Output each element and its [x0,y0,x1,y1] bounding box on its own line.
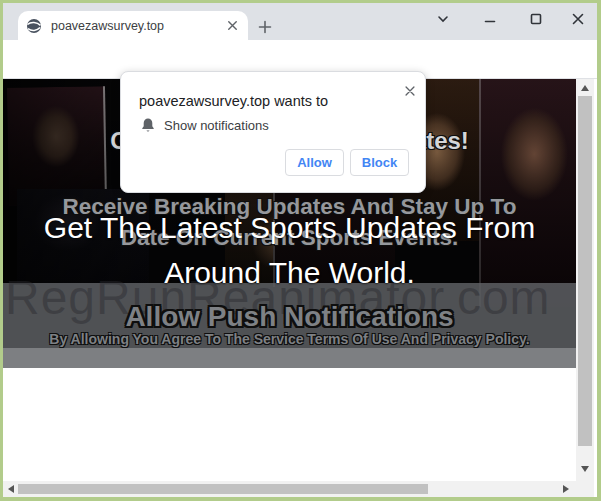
dialog-close-icon[interactable] [402,83,418,99]
window-minimize-button[interactable] [481,10,499,28]
browser-tab[interactable]: poavezawsurvey.top [18,11,248,40]
headline-line-2: Around The World. [3,250,576,295]
notification-bell-icon [140,117,156,134]
scroll-down-arrow-icon[interactable] [581,466,589,472]
tab-title: poavezawsurvey.top [51,19,225,33]
window-maximize-button[interactable] [527,10,545,28]
scroll-up-arrow-icon[interactable] [581,85,589,91]
window-chevron-down-icon[interactable] [434,10,452,28]
vertical-scrollbar[interactable] [576,79,594,481]
browser-window: poavezawsurvey.top [0,0,601,501]
vertical-scrollbar-thumb[interactable] [578,96,592,446]
dialog-origin-text: poavezawsurvey.top wants to [139,93,328,109]
tab-close-icon[interactable] [225,18,240,33]
scroll-left-arrow-icon[interactable] [8,485,14,493]
horizontal-scrollbar[interactable] [3,481,576,497]
headline-line-1: Get The Latest Sports Updates From [3,205,576,250]
scroll-right-arrow-icon[interactable] [563,485,569,493]
tab-strip: poavezawsurvey.top [3,3,597,40]
hero-headline-main: Get The Latest Sports Updates From Aroun… [3,205,576,295]
scrollbar-corner [576,481,594,497]
horizontal-scrollbar-thumb[interactable] [18,484,428,494]
terms-text: By Allowing You Agree To The Service Ter… [3,331,576,347]
allow-button[interactable]: Allow [285,149,344,176]
site-favicon-globe-icon [26,18,42,34]
block-button[interactable]: Block [350,149,409,176]
notification-permission-dialog: poavezawsurvey.top wants to Show notific… [120,71,426,193]
push-cta-text: Allow Push Notifications [3,301,576,333]
new-tab-button[interactable] [256,18,274,36]
permission-label: Show notifications [164,118,269,133]
window-close-button[interactable] [569,10,587,28]
